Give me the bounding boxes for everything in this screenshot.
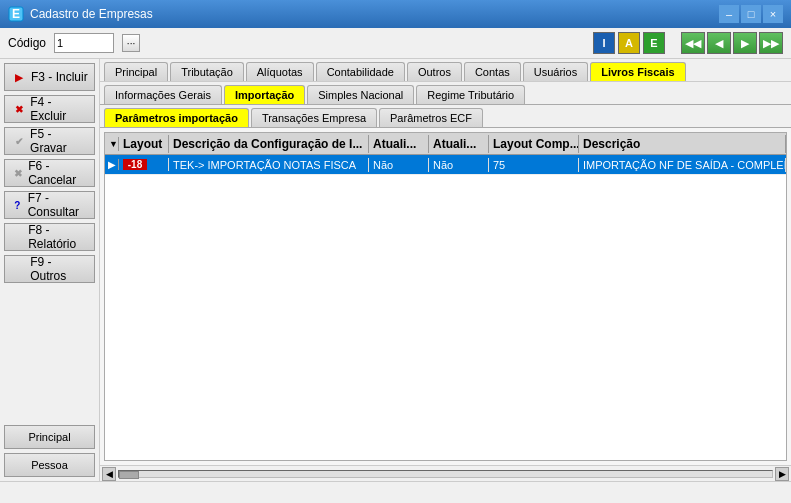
col-layout-comp[interactable]: Layout Comp...	[489, 135, 579, 153]
subtab-simples-nacional[interactable]: Simples Nacional	[307, 85, 414, 104]
subtab-regime-tributario[interactable]: Regime Tributário	[416, 85, 525, 104]
close-button[interactable]: ×	[763, 5, 783, 23]
btn-e[interactable]: E	[643, 32, 665, 54]
subtab2-transacoes-empresa[interactable]: Transações Empresa	[251, 108, 377, 127]
status-bar	[0, 481, 791, 503]
scroll-track[interactable]	[118, 470, 773, 478]
content-area: ▶ F3 - Incluir ✖ F4 - Excluir ✔ F5 - Gra…	[0, 59, 791, 481]
cell-layout-comp: 75	[489, 158, 579, 172]
btn-i[interactable]: I	[593, 32, 615, 54]
table-row[interactable]: ▶ -18 TEK-> IMPORTAÇÃO NOTAS FISCA Não N…	[105, 155, 786, 175]
col-layout[interactable]: Layout	[119, 135, 169, 153]
codigo-label: Código	[8, 36, 46, 50]
f4-icon: ✖	[11, 101, 26, 117]
tab-tributacao[interactable]: Tributação	[170, 62, 244, 81]
grid-header: ▼ Layout Descrição da Configuração de I.…	[105, 133, 786, 155]
f6-icon: ✖	[11, 165, 24, 181]
pessoa-button[interactable]: Pessoa	[4, 453, 95, 477]
f3-icon: ▶	[11, 69, 27, 85]
cell-descricao: TEK-> IMPORTAÇÃO NOTAS FISCA	[169, 158, 369, 172]
cell-layout: -18	[119, 158, 169, 171]
f7-icon: ?	[11, 197, 24, 213]
window-controls: – □ ×	[719, 5, 783, 23]
subtab2-parametros-importacao[interactable]: Parâmetros importação	[104, 108, 249, 127]
window-title: Cadastro de Empresas	[30, 7, 719, 21]
f4-label: F4 - Excluir	[30, 95, 88, 123]
svg-text:E: E	[12, 7, 20, 21]
title-bar: E Cadastro de Empresas – □ ×	[0, 0, 791, 28]
f4-button[interactable]: ✖ F4 - Excluir	[4, 95, 95, 123]
codigo-nav-button[interactable]: ···	[122, 34, 140, 52]
main-panel: Principal Tributação Alíquotas Contabili…	[100, 59, 791, 481]
horizontal-scrollbar[interactable]: ◀ ▶	[100, 465, 791, 481]
scroll-right-button[interactable]: ▶	[775, 467, 789, 481]
cell-atuali1: Não	[369, 158, 429, 172]
tab-livros-fiscais[interactable]: Livros Fiscais	[590, 62, 685, 81]
f9-button[interactable]: F9 - Outros	[4, 255, 95, 283]
f5-button[interactable]: ✔ F5 - Gravar	[4, 127, 95, 155]
f6-button[interactable]: ✖ F6 - Cancelar	[4, 159, 95, 187]
col-atuali2[interactable]: Atuali...	[429, 135, 489, 153]
f8-label: F8 - Relatório	[28, 223, 88, 251]
f8-button[interactable]: F8 - Relatório	[4, 223, 95, 251]
tab-contabilidade[interactable]: Contabilidade	[316, 62, 405, 81]
subtab-importacao[interactable]: Importação	[224, 85, 305, 104]
f7-button[interactable]: ? F7 - Consultar	[4, 191, 95, 219]
main-tab-bar: Principal Tributação Alíquotas Contabili…	[100, 59, 791, 82]
col-atuali1[interactable]: Atuali...	[369, 135, 429, 153]
sub-tab-bar-2: Parâmetros importação Transações Empresa…	[100, 105, 791, 128]
tab-outros[interactable]: Outros	[407, 62, 462, 81]
f3-button[interactable]: ▶ F3 - Incluir	[4, 63, 95, 91]
cell-descricao2: IMPORTAÇÃO NF DE SAÍDA - COMPLEMENTAR	[579, 158, 786, 172]
nav-arrows: ◀◀ ◀ ▶ ▶▶	[681, 32, 783, 54]
data-grid: ▼ Layout Descrição da Configuração de I.…	[104, 132, 787, 461]
codigo-input[interactable]	[54, 33, 114, 53]
f5-label: F5 - Gravar	[30, 127, 88, 155]
col-indicator: ▼	[105, 137, 119, 151]
colored-buttons: I A E	[593, 32, 665, 54]
cell-atuali2: Não	[429, 158, 489, 172]
tab-usuarios[interactable]: Usuários	[523, 62, 588, 81]
nav-prev-button[interactable]: ◀	[707, 32, 731, 54]
f5-icon: ✔	[11, 133, 26, 149]
sidebar-bottom: Principal Pessoa	[4, 425, 95, 477]
cell-tag: -18	[123, 159, 147, 170]
f9-label: F9 - Outros	[30, 255, 88, 283]
principal-button[interactable]: Principal	[4, 425, 95, 449]
col-descricao[interactable]: Descrição da Configuração de I...	[169, 135, 369, 153]
nav-next-button[interactable]: ▶	[733, 32, 757, 54]
app-icon: E	[8, 6, 24, 22]
main-window: Código ··· I A E ◀◀ ◀ ▶ ▶▶ ▶ F3 - Inclui…	[0, 28, 791, 503]
row-indicator: ▶	[105, 159, 119, 170]
f3-label: F3 - Incluir	[31, 70, 88, 84]
f6-label: F6 - Cancelar	[28, 159, 88, 187]
maximize-button[interactable]: □	[741, 5, 761, 23]
subtab2-parametros-ecf[interactable]: Parâmetros ECF	[379, 108, 483, 127]
tab-aliquotas[interactable]: Alíquotas	[246, 62, 314, 81]
subtab-informacoes-gerais[interactable]: Informações Gerais	[104, 85, 222, 104]
sort-icon: ▼	[109, 139, 118, 149]
f8-icon	[11, 229, 24, 245]
sub-tab-bar-1: Informações Gerais Importação Simples Na…	[100, 82, 791, 105]
tab-contas[interactable]: Contas	[464, 62, 521, 81]
f7-label: F7 - Consultar	[28, 191, 88, 219]
scroll-thumb[interactable]	[119, 471, 139, 479]
minimize-button[interactable]: –	[719, 5, 739, 23]
nav-first-button[interactable]: ◀◀	[681, 32, 705, 54]
nav-last-button[interactable]: ▶▶	[759, 32, 783, 54]
scroll-left-button[interactable]: ◀	[102, 467, 116, 481]
tab-principal[interactable]: Principal	[104, 62, 168, 81]
toolbar: Código ··· I A E ◀◀ ◀ ▶ ▶▶	[0, 28, 791, 59]
col-descricao2[interactable]: Descrição	[579, 135, 786, 153]
f9-icon	[11, 261, 26, 277]
sidebar: ▶ F3 - Incluir ✖ F4 - Excluir ✔ F5 - Gra…	[0, 59, 100, 481]
btn-a[interactable]: A	[618, 32, 640, 54]
